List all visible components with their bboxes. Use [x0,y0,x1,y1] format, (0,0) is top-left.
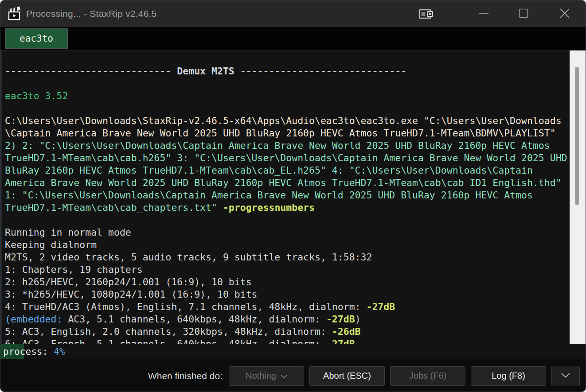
tab-bar: eac3to [0,27,586,50]
maximize-button[interactable] [513,4,534,23]
screen: Processing... - StaxRip v2.46.5 [0,0,586,392]
minimize-icon [478,8,489,20]
console-line: C:\Users\User\Downloads\StaxRip-v2.46.5-… [5,115,570,127]
console-line: M2TS, 2 video tracks, 5 audio tracks, 9 … [5,251,570,264]
console-line: 1: "C:\Users\User\Downloads\Captain Amer… [5,189,570,202]
when-finished-dropdown-value: Nothing [246,371,276,381]
console-line: TrueHD7.1-MTeam\cab\cab_chapters.txt" -p… [5,202,570,214]
console-panel: ----------------------------- Demux M2TS… [0,50,586,344]
console-line: \Captain America Brave New World 2025 UH… [5,127,570,140]
jobs-button[interactable]: Jobs (F6) [390,366,465,386]
console-line: TrueHD7.1-MTeam\cab\cab.h265" 3: "C:\Use… [5,152,570,164]
scrollbar-thumb[interactable] [575,67,579,205]
console-line: ----------------------------- Demux M2TS… [5,65,570,78]
footer-bar: When finished do: Nothing Abort (ESC) Jo… [0,359,586,392]
progress-percent: 4% [54,346,65,357]
console-line: America Brave New World 2025 UHD BluRay … [5,177,570,189]
titlebar[interactable]: Processing... - StaxRip v2.46.5 [0,0,586,27]
console-line: 2: h265/HEVC, 2160p24/1.001 (16:9), 10 b… [5,276,570,288]
console-line: 5: AC3, English, 2.0 channels, 320kbps, … [5,326,570,338]
console-line: Running in normal mode [5,226,570,239]
close-icon [559,8,570,20]
close-button[interactable] [554,4,575,23]
console-line: (embedded: AC3, 5.1 channels, 640kbps, 4… [5,313,570,326]
hardware-indicator-icon [418,8,435,20]
clapperboard-icon [7,6,22,21]
console-line: 3: *h265/HEVC, 1080p24/1.001 (16:9), 10 … [5,288,570,301]
chevron-down-icon [561,373,570,379]
maximize-icon [518,8,529,20]
chevron-down-icon [281,371,287,381]
when-finished-dropdown[interactable]: Nothing [229,366,304,386]
abort-button[interactable]: Abort (ESC) [309,366,385,386]
console-line: 6: AC3, French, 5.1 channels, 640kbps, 4… [5,338,570,344]
window-title: Processing... - StaxRip v2.46.5 [26,0,157,27]
console-line: Keeping dialnorm [5,239,570,251]
staxrip-processing-window: Processing... - StaxRip v2.46.5 [0,0,586,392]
console-line [5,102,570,115]
console-output: ----------------------------- Demux M2TS… [0,50,570,344]
progress-status-bar: process: 4% [0,344,586,359]
tab-label: eac3to [20,33,53,44]
console-line: 2) 2: "C:\Users\User\Downloads\Captain A… [5,140,570,152]
console-line: BluRay 2160p HEVC Atmos TrueHD7.1-MTeam\… [5,164,570,177]
progress-label: process: [3,346,48,357]
minimize-button[interactable] [473,4,494,23]
expand-button[interactable] [551,366,580,386]
tab-eac3to[interactable]: eac3to [5,28,68,49]
log-button[interactable]: Log (F8) [471,366,546,386]
console-line: 4: TrueHD/AC3 (Atmos), English, 7.1 chan… [5,301,570,313]
console-line: eac3to 3.52 [5,90,570,102]
when-finished-label: When finished do: [148,371,223,381]
console-line [5,78,570,90]
vertical-scrollbar[interactable] [570,50,586,344]
console-line [5,214,570,226]
console-line: 1: Chapters, 19 chapters [5,264,570,276]
